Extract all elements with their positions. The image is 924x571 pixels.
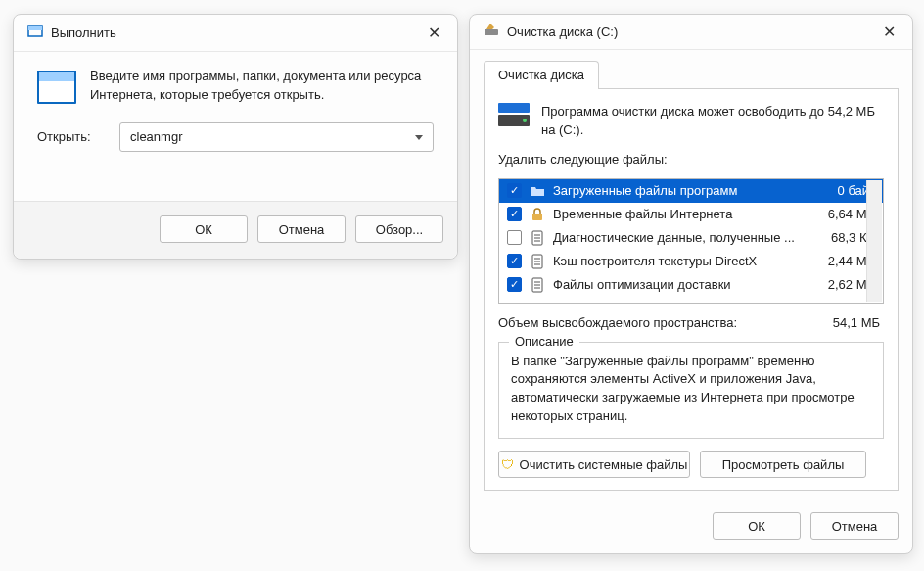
total-value: 54,1 МБ [833, 315, 884, 330]
file-list-row[interactable]: ✓Загруженные файлы программ0 байт [499, 179, 883, 203]
page-icon [530, 254, 545, 269]
run-titlebar: Выполнить ✕ [14, 15, 457, 52]
cancel-button[interactable]: Отмена [257, 215, 346, 243]
file-list-row[interactable]: ✓Файлы оптимизации доставки2,62 МБ [499, 273, 883, 297]
action-row: 🛡 Очистить системные файлы Просмотреть ф… [498, 451, 884, 478]
file-name: Загруженные файлы программ [553, 183, 799, 198]
file-size: 6,64 МБ [807, 207, 875, 221]
svg-rect-1 [28, 26, 42, 30]
run-large-icon [37, 71, 76, 104]
ok-button[interactable]: ОК [160, 215, 248, 243]
checkbox[interactable]: ✓ [507, 277, 522, 292]
run-title: Выполнить [51, 25, 416, 40]
run-button-row: ОК Отмена Обзор... [14, 201, 457, 259]
close-icon[interactable]: ✕ [879, 22, 899, 41]
file-name: Файлы оптимизации доставки [553, 277, 799, 292]
svg-rect-3 [532, 214, 542, 220]
run-open-row: Открыть: cleanmgr [14, 105, 457, 152]
run-open-label: Открыть: [37, 129, 106, 144]
file-name: Диагностические данные, полученные ... [553, 230, 799, 245]
run-app-icon [27, 24, 43, 43]
file-name: Временные файлы Интернета [553, 207, 799, 221]
page-icon [530, 230, 545, 246]
shield-icon: 🛡 [501, 457, 514, 472]
dc-title: Очистка диска (C:) [507, 24, 871, 39]
page-icon [530, 277, 545, 293]
ok-button[interactable]: ОК [713, 512, 801, 540]
drive-info-text: Программа очистки диска может освободить… [541, 103, 884, 140]
checkbox[interactable]: ✓ [507, 254, 522, 268]
browse-button[interactable]: Обзор... [355, 215, 443, 243]
file-list-row[interactable]: ✓Временные файлы Интернета6,64 МБ [499, 203, 883, 226]
file-size: 0 байт [807, 183, 875, 198]
file-list[interactable]: ✓Загруженные файлы программ0 байт✓Времен… [498, 178, 884, 304]
description-legend: Описание [509, 334, 579, 349]
description-group: Описание В папке "Загруженные файлы прог… [498, 342, 884, 439]
file-name: Кэш построителя текстуры DirectX [553, 254, 799, 268]
drive-icon [498, 103, 530, 126]
delete-files-label: Удалить следующие файлы: [498, 152, 884, 167]
run-command-combobox[interactable]: cleanmgr [119, 122, 434, 152]
run-command-value: cleanmgr [130, 129, 182, 144]
scrollbar[interactable] [866, 180, 882, 302]
cancel-button[interactable]: Отмена [810, 512, 899, 540]
drive-info-row: Программа очистки диска может освободить… [498, 103, 884, 140]
tab-row: Очистка диска [484, 60, 899, 89]
file-size: 2,44 МБ [807, 254, 875, 268]
lock-icon [530, 207, 545, 222]
folder-icon [530, 183, 545, 199]
file-list-row[interactable]: Диагностические данные, полученные ...68… [499, 226, 883, 250]
description-text: В папке "Загруженные файлы программ" вре… [511, 353, 871, 426]
svg-rect-2 [485, 29, 498, 35]
view-files-button[interactable]: Просмотреть файлы [700, 451, 866, 478]
run-dialog: Выполнить ✕ Введите имя программы, папки… [13, 14, 458, 260]
total-label: Объем высвобождаемого пространства: [498, 315, 737, 330]
dc-titlebar: Очистка диска (C:) ✕ [470, 15, 912, 50]
checkbox[interactable]: ✓ [507, 183, 522, 198]
checkbox[interactable] [507, 230, 522, 245]
clean-system-files-button[interactable]: 🛡 Очистить системные файлы [498, 451, 690, 478]
disk-cleanup-icon [484, 22, 499, 41]
tab-page: Программа очистки диска может освободить… [484, 89, 899, 491]
file-size: 2,62 МБ [807, 277, 875, 292]
tab-cleanup[interactable]: Очистка диска [484, 61, 599, 89]
checkbox[interactable]: ✓ [507, 207, 522, 221]
file-list-row[interactable]: ✓Кэш построителя текстуры DirectX2,44 МБ [499, 250, 883, 273]
run-description: Введите имя программы, папки, документа … [90, 68, 434, 105]
total-row: Объем высвобождаемого пространства: 54,1… [498, 315, 884, 330]
close-icon[interactable]: ✕ [424, 24, 443, 43]
dc-body: Очистка диска Программа очистки диска мо… [470, 50, 912, 502]
run-body: Введите имя программы, папки, документа … [14, 52, 457, 105]
file-size: 68,3 КБ [807, 230, 875, 245]
disk-cleanup-dialog: Очистка диска (C:) ✕ Очистка диска Прогр… [469, 14, 913, 554]
dc-button-row: ОК Отмена [470, 502, 912, 553]
